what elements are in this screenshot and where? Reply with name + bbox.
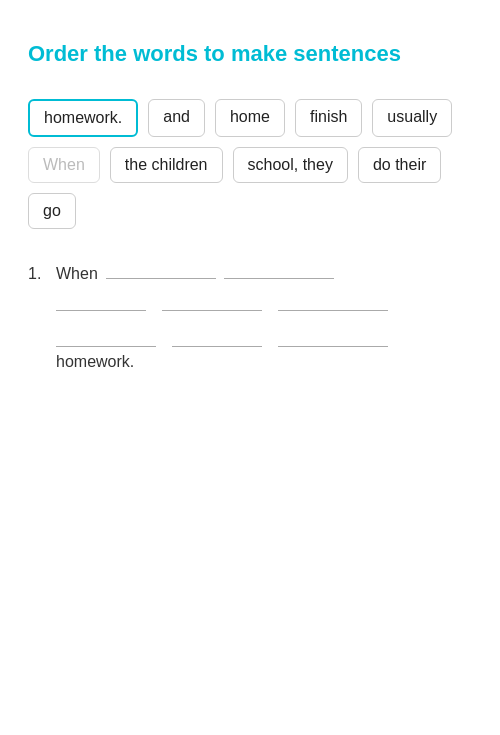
- answer-line-2[interactable]: [224, 259, 334, 279]
- word-chip-the-children[interactable]: the children: [110, 147, 223, 183]
- answer-line-6[interactable]: [56, 327, 156, 347]
- first-placed-word: When: [56, 265, 98, 283]
- sentence-row-1: 1. When: [28, 259, 472, 283]
- page-title: Order the words to make sentences: [28, 40, 472, 69]
- sentence-area: 1. When homework.: [28, 259, 472, 371]
- word-chip-usually[interactable]: usually: [372, 99, 452, 137]
- lines-row-1: [56, 291, 472, 311]
- page-container: Order the words to make sentences homewo…: [28, 40, 472, 371]
- lines-row-2: [56, 327, 472, 347]
- word-chip-home[interactable]: home: [215, 99, 285, 137]
- word-bank: homework. and home finish usually When t…: [28, 99, 472, 229]
- answer-line-5[interactable]: [278, 291, 388, 311]
- word-chip-do-their[interactable]: do their: [358, 147, 441, 183]
- word-chip-school-they[interactable]: school, they: [233, 147, 348, 183]
- placed-word-homework: homework.: [56, 353, 472, 371]
- answer-line-4[interactable]: [162, 291, 262, 311]
- sentence-number: 1.: [28, 265, 48, 283]
- word-chip-homework[interactable]: homework.: [28, 99, 138, 137]
- word-chip-go[interactable]: go: [28, 193, 76, 229]
- word-chip-finish[interactable]: finish: [295, 99, 362, 137]
- answer-line-8[interactable]: [278, 327, 388, 347]
- answer-line-1[interactable]: [106, 259, 216, 279]
- word-chip-when[interactable]: When: [28, 147, 100, 183]
- answer-line-3[interactable]: [56, 291, 146, 311]
- word-chip-and[interactable]: and: [148, 99, 205, 137]
- answer-line-7[interactable]: [172, 327, 262, 347]
